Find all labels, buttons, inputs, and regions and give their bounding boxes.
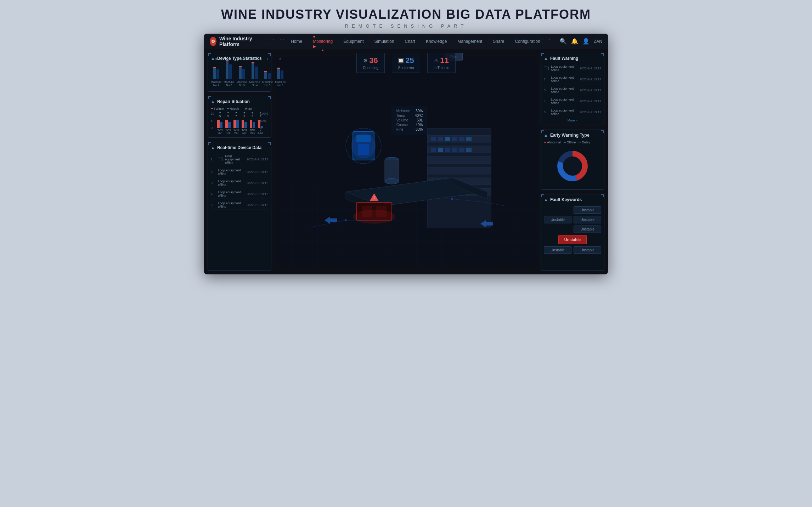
repair-may: 75 40% May: [249, 112, 256, 135]
repair-mar: 77 40% Mar: [233, 112, 240, 135]
bar-5b: [268, 73, 271, 79]
bar-3b: [242, 69, 245, 79]
fault-icon: ▲: [544, 56, 548, 61]
fault-keywords-card: ▲ Fault Keywords Unstable Unstable Unsta…: [541, 194, 604, 271]
metric-shutdown: 🔲 25 Shutdown: [392, 53, 420, 73]
nav-item-home[interactable]: Home: [289, 38, 304, 45]
early-warning-card: ▲ Early Warning Type Abnormal Offline De…: [541, 130, 604, 190]
svg-rect-33: [452, 148, 457, 152]
legend-delay: Delay: [579, 141, 590, 144]
nav-item-equipment[interactable]: Equipment: [341, 38, 366, 45]
keywords-grid: Unstable Unstable Unstable Unstable Unst…: [544, 205, 601, 255]
keyword-3[interactable]: Unstable: [574, 216, 601, 223]
nav-item-monitoring[interactable]: ● Monitoring ▶: [311, 34, 335, 50]
bar-group-4: 7 MachineNo.4: [249, 57, 260, 87]
svg-point-50: [353, 210, 395, 224]
realtime-title: Real-time Device Data: [217, 145, 261, 150]
bar-4a: [252, 62, 254, 79]
keyword-highlighted[interactable]: Unstable: [558, 235, 587, 244]
legend-abnormal: Abnormal: [544, 141, 561, 144]
svg-rect-27: [452, 137, 457, 141]
bar-5a: [264, 71, 267, 79]
legend-repair: Repair: [227, 107, 239, 110]
legend-failure: Failure: [211, 107, 224, 110]
user-name: ZAN: [594, 39, 602, 44]
early-warning-icon: ▲: [544, 133, 548, 138]
main-content: ▲ Device Type Statistics 3 MachineNo.1 1…: [204, 49, 608, 274]
early-warning-header: ▲ Early Warning Type: [544, 133, 601, 138]
nav-logo-text: Wine Industry Platform: [219, 36, 259, 47]
more-link[interactable]: More >: [544, 119, 601, 122]
keyword-6[interactable]: Unstable: [574, 246, 601, 254]
bar-group-5: 2 MachineNo.5: [262, 57, 273, 87]
bar-1a: [213, 67, 216, 79]
user-icon[interactable]: 👤: [582, 38, 590, 45]
repair-jan: 75 40% Jan: [216, 112, 224, 135]
bell-icon[interactable]: 🔔: [571, 38, 578, 45]
fault-warning-header: ▲ Fault Warning: [544, 56, 601, 61]
bar-group-6: 3 MachineNo.6: [275, 57, 286, 87]
bar-group-2: 10 MachineNo.2: [224, 57, 234, 87]
svg-point-56: [451, 198, 453, 200]
legend-rate: Rate: [242, 107, 252, 110]
rt-row-4: 4 Loop equipment offline 2022-2-2 13:12: [211, 189, 268, 199]
tooltip-row-moisture: Moisture 50%: [396, 109, 423, 113]
rt-row-5: 5 Loop equipment offline 2022-2-2 13:12: [211, 200, 268, 210]
svg-point-46: [385, 178, 399, 184]
svg-point-60: [563, 157, 582, 175]
svg-rect-25: [438, 137, 443, 141]
svg-rect-29: [466, 137, 472, 141]
bar-4b: [255, 67, 258, 79]
svg-rect-31: [438, 148, 443, 152]
metric-trouble-label: In Trouble: [433, 66, 450, 70]
svg-rect-32: [445, 148, 450, 152]
bar-6b: [281, 70, 283, 79]
tooltip-row-fine: Fine 60%: [396, 127, 423, 131]
nav-item-knowledge[interactable]: Knowledge: [424, 38, 449, 45]
nav-dots: · · · · · · · ·: [266, 38, 286, 45]
rt-row-1: 1 □ Loop equipment offline 2022-2-2 13:1…: [211, 153, 268, 166]
center-panel: ! Run: [275, 49, 537, 274]
nav-item-configuration[interactable]: Configuration: [513, 38, 542, 45]
fault-row-1: □ Loop equipment offline 2022-2-2 13:12: [544, 64, 601, 73]
search-icon[interactable]: 🔍: [560, 38, 567, 45]
nav-menu: Home ● Monitoring ▶ Equipment Simulation…: [289, 34, 542, 50]
svg-rect-34: [459, 148, 464, 152]
svg-rect-26: [445, 137, 450, 141]
dashboard: ⚙ Wine Industry Platform · · · · · · · ·…: [204, 34, 608, 274]
realtime-data-card: ▲ Real-time Device Data 1 □ Loop equipme…: [208, 142, 271, 271]
bar-group-1: 3 MachineNo.1: [211, 57, 221, 87]
svg-rect-21: [427, 167, 491, 174]
keyword-5[interactable]: Unstable: [544, 246, 571, 254]
keyword-2[interactable]: Unstable: [544, 216, 571, 223]
repair-icon: ▲: [211, 99, 215, 104]
svg-rect-24: [431, 137, 436, 141]
svg-point-55: [345, 219, 347, 221]
building-scene: !: [275, 49, 537, 274]
keyword-1[interactable]: Unstable: [574, 206, 601, 214]
bar-2b: [229, 64, 232, 79]
metric-trouble: ⚠ 11 In Trouble: [427, 53, 456, 73]
early-warning-title: Early Warning Type: [550, 133, 590, 138]
metric-operating-label: Operating: [362, 66, 379, 70]
page-header: WINE INDUSTRY VISUALIZATION BIG DATA PLA…: [221, 7, 591, 29]
svg-rect-35: [466, 148, 472, 152]
nav-bar: ⚙ Wine Industry Platform · · · · · · · ·…: [204, 34, 608, 49]
svg-point-43: [351, 133, 376, 158]
device-icon-1: □: [218, 158, 223, 161]
keyword-4[interactable]: Unstable: [574, 226, 601, 233]
metric-operating-number: 36: [369, 56, 378, 65]
fault-keywords-title: Fault Keywords: [550, 197, 582, 202]
nav-item-management[interactable]: Management: [455, 38, 484, 45]
keywords-icon: ▲: [544, 197, 548, 202]
nav-item-simulation[interactable]: Simulation: [372, 38, 396, 45]
nav-item-chart[interactable]: Chart: [403, 38, 417, 45]
svg-rect-20: [427, 156, 491, 164]
nav-item-share[interactable]: Share: [491, 38, 506, 45]
svg-text:!: !: [373, 195, 374, 199]
nav-right: 🔍 🔔 👤 ZAN: [560, 38, 602, 45]
metric-shutdown-number: 25: [405, 56, 414, 65]
page-title: WINE INDUSTRY VISUALIZATION BIG DATA PLA…: [221, 7, 591, 22]
fault-row-2: 2 Loop equipment offline 2022-2-2 13:12: [544, 75, 601, 84]
logo-icon: ⚙: [210, 37, 216, 46]
